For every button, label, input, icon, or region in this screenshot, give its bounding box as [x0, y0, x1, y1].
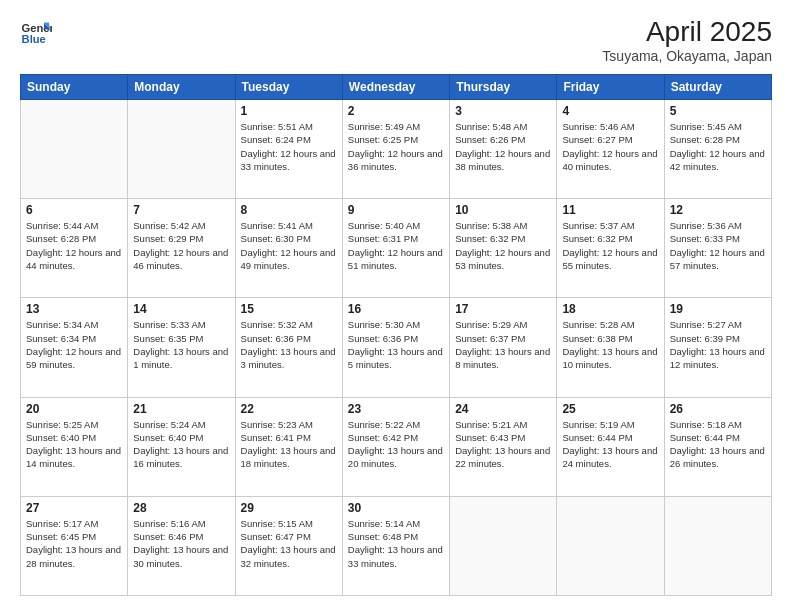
calendar-cell: 22Sunrise: 5:23 AM Sunset: 6:41 PM Dayli… [235, 397, 342, 496]
calendar-cell: 30Sunrise: 5:14 AM Sunset: 6:48 PM Dayli… [342, 496, 449, 595]
calendar-cell: 5Sunrise: 5:45 AM Sunset: 6:28 PM Daylig… [664, 100, 771, 199]
calendar-cell [664, 496, 771, 595]
day-number: 22 [241, 402, 337, 416]
day-info: Sunrise: 5:42 AM Sunset: 6:29 PM Dayligh… [133, 219, 229, 272]
day-info: Sunrise: 5:32 AM Sunset: 6:36 PM Dayligh… [241, 318, 337, 371]
day-info: Sunrise: 5:24 AM Sunset: 6:40 PM Dayligh… [133, 418, 229, 471]
weekday-header-thursday: Thursday [450, 75, 557, 100]
day-number: 5 [670, 104, 766, 118]
logo-icon: General Blue [20, 16, 52, 48]
week-row-0: 1Sunrise: 5:51 AM Sunset: 6:24 PM Daylig… [21, 100, 772, 199]
day-info: Sunrise: 5:45 AM Sunset: 6:28 PM Dayligh… [670, 120, 766, 173]
calendar-cell: 8Sunrise: 5:41 AM Sunset: 6:30 PM Daylig… [235, 199, 342, 298]
day-number: 14 [133, 302, 229, 316]
day-number: 21 [133, 402, 229, 416]
day-info: Sunrise: 5:14 AM Sunset: 6:48 PM Dayligh… [348, 517, 444, 570]
day-info: Sunrise: 5:23 AM Sunset: 6:41 PM Dayligh… [241, 418, 337, 471]
day-number: 29 [241, 501, 337, 515]
svg-text:Blue: Blue [22, 33, 46, 45]
calendar-cell [128, 100, 235, 199]
day-number: 20 [26, 402, 122, 416]
week-row-1: 6Sunrise: 5:44 AM Sunset: 6:28 PM Daylig… [21, 199, 772, 298]
day-info: Sunrise: 5:28 AM Sunset: 6:38 PM Dayligh… [562, 318, 658, 371]
calendar-cell [21, 100, 128, 199]
calendar-cell [557, 496, 664, 595]
day-info: Sunrise: 5:25 AM Sunset: 6:40 PM Dayligh… [26, 418, 122, 471]
calendar-cell: 12Sunrise: 5:36 AM Sunset: 6:33 PM Dayli… [664, 199, 771, 298]
day-info: Sunrise: 5:34 AM Sunset: 6:34 PM Dayligh… [26, 318, 122, 371]
calendar-cell: 18Sunrise: 5:28 AM Sunset: 6:38 PM Dayli… [557, 298, 664, 397]
weekday-header-tuesday: Tuesday [235, 75, 342, 100]
day-info: Sunrise: 5:41 AM Sunset: 6:30 PM Dayligh… [241, 219, 337, 272]
weekday-header-monday: Monday [128, 75, 235, 100]
day-info: Sunrise: 5:30 AM Sunset: 6:36 PM Dayligh… [348, 318, 444, 371]
day-number: 28 [133, 501, 229, 515]
day-info: Sunrise: 5:40 AM Sunset: 6:31 PM Dayligh… [348, 219, 444, 272]
calendar-cell: 24Sunrise: 5:21 AM Sunset: 6:43 PM Dayli… [450, 397, 557, 496]
day-number: 19 [670, 302, 766, 316]
day-number: 4 [562, 104, 658, 118]
calendar-cell: 1Sunrise: 5:51 AM Sunset: 6:24 PM Daylig… [235, 100, 342, 199]
week-row-4: 27Sunrise: 5:17 AM Sunset: 6:45 PM Dayli… [21, 496, 772, 595]
calendar-cell: 16Sunrise: 5:30 AM Sunset: 6:36 PM Dayli… [342, 298, 449, 397]
day-number: 7 [133, 203, 229, 217]
day-info: Sunrise: 5:19 AM Sunset: 6:44 PM Dayligh… [562, 418, 658, 471]
day-info: Sunrise: 5:49 AM Sunset: 6:25 PM Dayligh… [348, 120, 444, 173]
week-row-3: 20Sunrise: 5:25 AM Sunset: 6:40 PM Dayli… [21, 397, 772, 496]
calendar-cell: 9Sunrise: 5:40 AM Sunset: 6:31 PM Daylig… [342, 199, 449, 298]
calendar-cell: 25Sunrise: 5:19 AM Sunset: 6:44 PM Dayli… [557, 397, 664, 496]
header: General Blue April 2025 Tsuyama, Okayama… [20, 16, 772, 64]
calendar-cell: 2Sunrise: 5:49 AM Sunset: 6:25 PM Daylig… [342, 100, 449, 199]
day-number: 2 [348, 104, 444, 118]
day-info: Sunrise: 5:51 AM Sunset: 6:24 PM Dayligh… [241, 120, 337, 173]
day-info: Sunrise: 5:46 AM Sunset: 6:27 PM Dayligh… [562, 120, 658, 173]
weekday-header-sunday: Sunday [21, 75, 128, 100]
calendar-cell: 4Sunrise: 5:46 AM Sunset: 6:27 PM Daylig… [557, 100, 664, 199]
calendar-cell: 19Sunrise: 5:27 AM Sunset: 6:39 PM Dayli… [664, 298, 771, 397]
day-info: Sunrise: 5:38 AM Sunset: 6:32 PM Dayligh… [455, 219, 551, 272]
day-info: Sunrise: 5:44 AM Sunset: 6:28 PM Dayligh… [26, 219, 122, 272]
calendar-cell: 7Sunrise: 5:42 AM Sunset: 6:29 PM Daylig… [128, 199, 235, 298]
day-number: 13 [26, 302, 122, 316]
day-number: 25 [562, 402, 658, 416]
calendar-cell: 21Sunrise: 5:24 AM Sunset: 6:40 PM Dayli… [128, 397, 235, 496]
day-number: 24 [455, 402, 551, 416]
calendar-cell: 6Sunrise: 5:44 AM Sunset: 6:28 PM Daylig… [21, 199, 128, 298]
location: Tsuyama, Okayama, Japan [602, 48, 772, 64]
title-block: April 2025 Tsuyama, Okayama, Japan [602, 16, 772, 64]
weekday-header-wednesday: Wednesday [342, 75, 449, 100]
calendar-cell: 3Sunrise: 5:48 AM Sunset: 6:26 PM Daylig… [450, 100, 557, 199]
calendar-cell: 10Sunrise: 5:38 AM Sunset: 6:32 PM Dayli… [450, 199, 557, 298]
weekday-header-saturday: Saturday [664, 75, 771, 100]
day-info: Sunrise: 5:22 AM Sunset: 6:42 PM Dayligh… [348, 418, 444, 471]
day-number: 8 [241, 203, 337, 217]
day-info: Sunrise: 5:16 AM Sunset: 6:46 PM Dayligh… [133, 517, 229, 570]
calendar-cell: 20Sunrise: 5:25 AM Sunset: 6:40 PM Dayli… [21, 397, 128, 496]
calendar-cell: 11Sunrise: 5:37 AM Sunset: 6:32 PM Dayli… [557, 199, 664, 298]
calendar-cell: 23Sunrise: 5:22 AM Sunset: 6:42 PM Dayli… [342, 397, 449, 496]
calendar-cell: 15Sunrise: 5:32 AM Sunset: 6:36 PM Dayli… [235, 298, 342, 397]
calendar-cell: 29Sunrise: 5:15 AM Sunset: 6:47 PM Dayli… [235, 496, 342, 595]
day-info: Sunrise: 5:33 AM Sunset: 6:35 PM Dayligh… [133, 318, 229, 371]
day-number: 17 [455, 302, 551, 316]
day-info: Sunrise: 5:27 AM Sunset: 6:39 PM Dayligh… [670, 318, 766, 371]
day-number: 26 [670, 402, 766, 416]
day-info: Sunrise: 5:29 AM Sunset: 6:37 PM Dayligh… [455, 318, 551, 371]
weekday-header-friday: Friday [557, 75, 664, 100]
calendar-cell: 14Sunrise: 5:33 AM Sunset: 6:35 PM Dayli… [128, 298, 235, 397]
day-number: 9 [348, 203, 444, 217]
day-info: Sunrise: 5:15 AM Sunset: 6:47 PM Dayligh… [241, 517, 337, 570]
calendar-cell: 26Sunrise: 5:18 AM Sunset: 6:44 PM Dayli… [664, 397, 771, 496]
day-info: Sunrise: 5:17 AM Sunset: 6:45 PM Dayligh… [26, 517, 122, 570]
day-info: Sunrise: 5:18 AM Sunset: 6:44 PM Dayligh… [670, 418, 766, 471]
logo: General Blue [20, 16, 52, 48]
day-info: Sunrise: 5:37 AM Sunset: 6:32 PM Dayligh… [562, 219, 658, 272]
calendar-cell: 17Sunrise: 5:29 AM Sunset: 6:37 PM Dayli… [450, 298, 557, 397]
calendar-cell [450, 496, 557, 595]
day-number: 15 [241, 302, 337, 316]
day-number: 12 [670, 203, 766, 217]
day-number: 18 [562, 302, 658, 316]
calendar-cell: 27Sunrise: 5:17 AM Sunset: 6:45 PM Dayli… [21, 496, 128, 595]
day-info: Sunrise: 5:48 AM Sunset: 6:26 PM Dayligh… [455, 120, 551, 173]
day-number: 10 [455, 203, 551, 217]
